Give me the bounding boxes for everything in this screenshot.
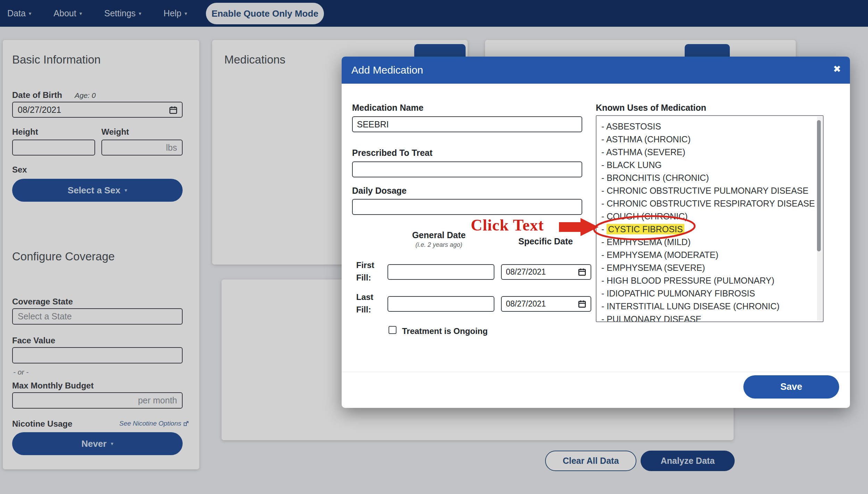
known-uses-label: Known Uses of Medication: [596, 103, 706, 113]
known-use-item[interactable]: - INTERSTITIAL LUNG DISEASE (CHRONIC): [601, 300, 823, 313]
click-text-annotation: Click Text: [471, 216, 544, 234]
modal-header: Add Medication ✖: [342, 57, 850, 84]
known-use-item[interactable]: - CHRONIC OBSTRUCTIVE RESPIRATORY DISEAS…: [601, 197, 823, 210]
daily-dosage-input[interactable]: [352, 199, 582, 215]
known-use-item[interactable]: - BLACK LUNG: [601, 159, 823, 171]
modal-title: Add Medication: [351, 64, 423, 76]
known-use-item[interactable]: - ASTHMA (CHRONIC): [601, 133, 823, 146]
specific-date-header: Specific Date: [500, 236, 592, 246]
last-fill-label: LastFill:: [356, 291, 373, 316]
red-arrow-icon: [559, 222, 581, 232]
known-use-item[interactable]: - IDIOPATHIC PULMONARY FIBROSIS: [601, 287, 823, 300]
daily-dosage-label: Daily Dosage: [352, 186, 407, 196]
prescribed-to-treat-label: Prescribed To Treat: [352, 148, 433, 158]
save-button[interactable]: Save: [743, 375, 839, 399]
treatment-ongoing-label: Treatment is Ongoing: [402, 326, 488, 336]
prescribed-to-treat-input[interactable]: [352, 161, 582, 177]
medication-name-input[interactable]: [352, 116, 582, 132]
known-use-item[interactable]: - HIGH BLOOD PRESSURE (PULMONARY): [601, 274, 823, 287]
modal-footer-divider: [342, 372, 850, 372]
known-use-item[interactable]: - EMPHYSEMA (MODERATE): [601, 249, 823, 261]
last-fill-general-input[interactable]: [387, 296, 494, 312]
list-scrollbar-track[interactable]: [817, 117, 822, 321]
treatment-ongoing-checkbox[interactable]: [389, 326, 397, 334]
first-fill-general-input[interactable]: [387, 264, 494, 280]
known-use-item[interactable]: - EMPHYSEMA (SEVERE): [601, 261, 823, 274]
first-fill-label: FirstFill:: [356, 259, 374, 284]
list-scrollbar-thumb[interactable]: [817, 120, 821, 251]
calendar-icon[interactable]: [578, 268, 586, 276]
general-date-hint: (i.e. 2 years ago): [383, 241, 494, 249]
known-use-item[interactable]: - ASBESTOSIS: [601, 120, 823, 133]
known-use-item[interactable]: - PULMONARY DISEASE: [601, 313, 823, 322]
known-use-item[interactable]: - BRONCHITIS (CHRONIC): [601, 171, 823, 184]
close-icon[interactable]: ✖: [833, 64, 841, 74]
known-use-item[interactable]: - ASTHMA (SEVERE): [601, 146, 823, 159]
calendar-icon[interactable]: [578, 300, 586, 308]
known-use-item[interactable]: - CHRONIC OBSTRUCTIVE PULMONARY DISEASE: [601, 184, 823, 197]
red-ellipse-annotation: [592, 215, 696, 241]
medication-name-label: Medication Name: [352, 103, 424, 113]
